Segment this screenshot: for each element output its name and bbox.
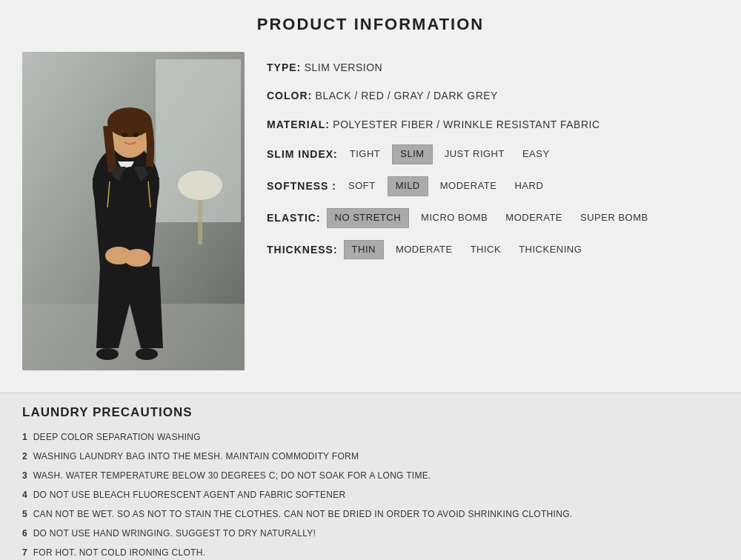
softness-mild: MILD (388, 176, 428, 196)
svg-point-13 (124, 249, 150, 267)
softness-row: SOFTNESS : SOFT MILD MODERATE HARD (267, 176, 719, 196)
thickness-thin: THIN (344, 240, 384, 260)
product-content: TYPE: SLIM VERSION COLOR: BLACK / RED / … (22, 52, 719, 370)
laundry-item: 2 WASHING LAUNDRY BAG INTO THE MESH. MAI… (22, 450, 719, 463)
type-label: TYPE: (267, 61, 301, 73)
laundry-num: 4 (22, 490, 27, 500)
svg-point-9 (107, 107, 152, 137)
laundry-item: 1 DEEP COLOR SEPARATION WASHING (22, 430, 719, 444)
elastic-moderate: MODERATE (499, 209, 568, 227)
laundry-text: WASHING LAUNDRY BAG INTO THE MESH. MAINT… (33, 451, 359, 461)
thickness-moderate: MODERATE (390, 241, 459, 259)
laundry-text: FOR HOT. NOT COLD IRONING CLOTH. (33, 547, 206, 558)
laundry-item: 6 DO NOT USE HAND WRINGING. SUGGEST TO D… (22, 527, 719, 540)
laundry-num: 7 (22, 547, 27, 558)
laundry-item: 5 CAN NOT BE WET. SO AS NOT TO STAIN THE… (22, 507, 719, 521)
slim-index-row: SLIM INDEX: TIGHT SLIM JUST RIGHT EASY (267, 144, 719, 164)
svg-point-14 (96, 348, 119, 360)
thickness-row: THICKNESS: THIN MODERATE THICK THICKENIN… (267, 240, 719, 260)
laundry-item: 7 FOR HOT. NOT COLD IRONING CLOTH. (22, 546, 719, 559)
svg-point-4 (178, 170, 222, 200)
laundry-text: CAN NOT BE WET. SO AS NOT TO STAIN THE C… (33, 509, 573, 519)
type-value: SLIM VERSION (305, 61, 383, 73)
laundry-text: WASH. WATER TEMPERATURE BELOW 30 DEGREES… (33, 470, 431, 481)
laundry-num: 2 (22, 451, 27, 461)
slim-easy: EASY (516, 145, 556, 164)
elastic-row: ELASTIC: NO STRETCH MICRO BOMB MODERATE … (267, 208, 719, 228)
softness-moderate: MODERATE (434, 177, 503, 196)
svg-point-11 (133, 133, 139, 137)
slim-just-right: JUST RIGHT (439, 145, 511, 164)
slim-slim: SLIM (392, 144, 432, 164)
laundry-text: DO NOT USE HAND WRINGING. SUGGEST TO DRY… (33, 528, 316, 539)
slim-label: SLIM INDEX: (267, 146, 338, 162)
laundry-item: 3 WASH. WATER TEMPERATURE BELOW 30 DEGRE… (22, 469, 719, 482)
laundry-num: 5 (22, 509, 27, 519)
svg-point-10 (122, 133, 127, 137)
laundry-section: LAUNDRY PRECAUTIONS 1 DEEP COLOR SEPARAT… (0, 393, 741, 560)
laundry-list: 1 DEEP COLOR SEPARATION WASHING 2 WASHIN… (22, 430, 719, 559)
softness-soft: SOFT (342, 177, 382, 196)
material-row: MATERIAL: POLYESTER FIBER / WRINKLE RESI… (267, 116, 719, 133)
softness-hard: HARD (508, 177, 549, 196)
elastic-label: ELASTIC: (267, 210, 321, 226)
svg-point-15 (136, 348, 158, 360)
color-label: COLOR: (267, 90, 312, 101)
laundry-num: 1 (22, 432, 27, 442)
product-details: TYPE: SLIM VERSION COLOR: BLACK / RED / … (267, 52, 719, 279)
thickness-thick: THICK (465, 241, 508, 259)
elastic-no-stretch: NO STRETCH (327, 208, 410, 228)
elastic-super-bomb: SUPER BOMB (574, 209, 654, 227)
slim-tight: TIGHT (344, 145, 387, 164)
laundry-title: LAUNDRY PRECAUTIONS (22, 405, 719, 420)
laundry-text: DO NOT USE BLEACH FLUORESCENT AGENT AND … (33, 490, 346, 500)
color-value: BLACK / RED / GRAY / DARK GREY (316, 90, 498, 101)
product-image (22, 52, 245, 370)
thickness-label: THICKNESS: (267, 241, 338, 258)
svg-rect-5 (198, 200, 202, 244)
thickness-thickening: THICKENING (513, 241, 588, 259)
material-label: MATERIAL: (267, 119, 330, 130)
color-row: COLOR: BLACK / RED / GRAY / DARK GREY (267, 87, 719, 104)
laundry-num: 3 (22, 470, 27, 481)
laundry-text: DEEP COLOR SEPARATION WASHING (33, 432, 201, 442)
material-value: POLYESTER FIBER / WRINKLE RESISTANT FABR… (333, 119, 599, 130)
elastic-micro-bomb: MICRO BOMB (415, 209, 494, 227)
product-info-section: PRODUCT INFORMATION (0, 0, 741, 393)
laundry-num: 6 (22, 528, 27, 539)
section-title: PRODUCT INFORMATION (257, 15, 484, 34)
type-row: TYPE: SLIM VERSION (267, 59, 719, 76)
softness-label: SOFTNESS : (267, 178, 336, 194)
laundry-item: 4 DO NOT USE BLEACH FLUORESCENT AGENT AN… (22, 488, 719, 501)
